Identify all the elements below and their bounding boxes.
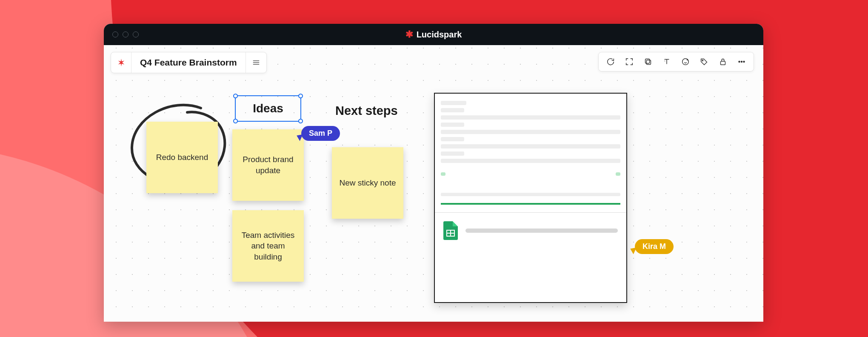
canvas-heading-next-steps[interactable]: Next steps: [335, 104, 398, 118]
copy-button[interactable]: [640, 53, 657, 70]
app-window: ✱ Lucidspark Q4 Feature Brainstorm: [104, 24, 763, 322]
toolbar: [598, 52, 754, 71]
sheet-highlight: [441, 203, 620, 205]
sheet-row: [441, 144, 620, 149]
collaborator-cursor-sam: Sam P: [298, 126, 340, 141]
emoji-button[interactable]: [677, 53, 694, 70]
resize-handle[interactable]: [298, 119, 303, 123]
sticky-text: Team activities and team building: [239, 230, 297, 263]
sticky-note[interactable]: Product brand update: [232, 129, 304, 201]
page-background: ✱ Lucidspark Q4 Feature Brainstorm: [0, 0, 868, 337]
document-header: Q4 Feature Brainstorm: [111, 52, 267, 73]
sheet-row: [441, 137, 464, 141]
svg-point-5: [739, 61, 740, 63]
svg-rect-1: [645, 59, 650, 63]
sticky-text: Product brand update: [239, 154, 297, 176]
google-sheets-icon: [443, 221, 458, 240]
collaborator-cursor-kira: Kira M: [631, 239, 674, 254]
document-title[interactable]: Q4 Feature Brainstorm: [131, 52, 246, 73]
canvas[interactable]: Q4 Feature Brainstorm: [104, 45, 763, 322]
titlebar-title: ✱ Lucidspark: [405, 29, 462, 40]
sheet-row: [441, 108, 464, 112]
selected-text-box[interactable]: Ideas: [235, 95, 301, 122]
tag-button[interactable]: [696, 53, 713, 70]
window-controls: [112, 31, 139, 37]
embedded-sheet[interactable]: [434, 93, 627, 303]
sticky-note[interactable]: New sticky note: [332, 147, 403, 219]
sticky-text: Redo backend: [156, 152, 208, 163]
text-tool-button[interactable]: [658, 53, 675, 70]
resize-handle[interactable]: [233, 119, 238, 123]
sheet-row: [441, 193, 620, 196]
svg-rect-4: [721, 61, 725, 65]
sticky-note[interactable]: Team activities and team building: [232, 210, 304, 282]
sheet-filename-placeholder: [465, 228, 618, 233]
app-name: Lucidspark: [417, 30, 462, 40]
sheet-row: [441, 123, 464, 127]
sheet-row: [441, 115, 620, 120]
sheet-footer: [435, 212, 626, 248]
svg-point-6: [741, 61, 742, 63]
svg-point-7: [743, 61, 745, 63]
refresh-button[interactable]: [602, 53, 619, 70]
sheet-row: [441, 159, 620, 163]
titlebar: ✱ Lucidspark: [104, 24, 763, 45]
lucidspark-logo-icon: ✱: [405, 29, 413, 40]
svg-point-3: [702, 60, 703, 61]
resize-handle[interactable]: [233, 94, 238, 98]
sticky-note[interactable]: Redo backend: [146, 122, 218, 193]
lock-button[interactable]: [714, 53, 731, 70]
svg-rect-0: [646, 60, 651, 64]
collaborator-name: Sam P: [301, 126, 340, 141]
window-maximize-icon[interactable]: [133, 31, 139, 37]
more-button[interactable]: [733, 53, 750, 70]
sheet-row: [441, 151, 464, 156]
collaborator-name: Kira M: [635, 239, 674, 254]
sheet-row: [441, 130, 620, 134]
hamburger-menu-button[interactable]: [246, 52, 266, 73]
resize-handle[interactable]: [298, 94, 303, 98]
window-minimize-icon[interactable]: [123, 31, 128, 37]
sheet-row: [441, 101, 466, 105]
sheet-preview: [435, 94, 626, 212]
app-logo-button[interactable]: [111, 52, 131, 73]
sheet-row: [441, 172, 620, 176]
text-box-content: Ideas: [253, 102, 283, 115]
sticky-text: New sticky note: [339, 177, 396, 188]
expand-button[interactable]: [621, 53, 638, 70]
window-close-icon[interactable]: [112, 31, 118, 37]
